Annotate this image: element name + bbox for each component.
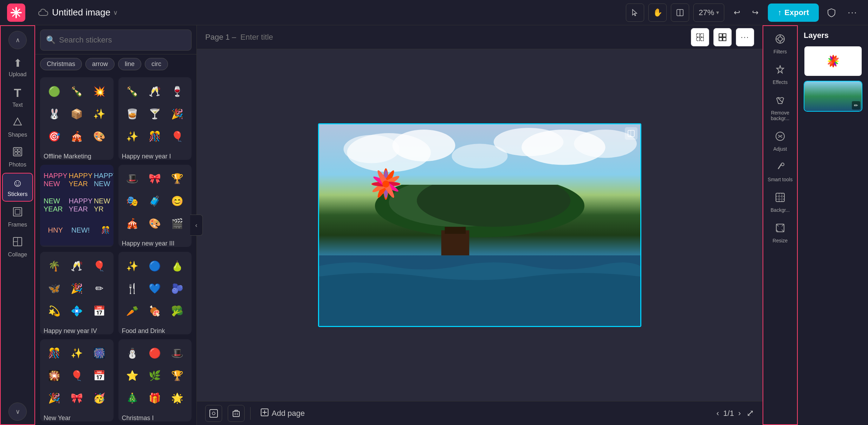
filters-button[interactable]: Filters [765, 30, 796, 59]
sticker-item[interactable]: 🦋 [44, 278, 65, 299]
sticker-item[interactable]: 🥦 [167, 300, 188, 321]
sticker-item[interactable]: 😊 [167, 191, 188, 212]
sticker-item[interactable]: NEW YEAR [44, 193, 67, 217]
sticker-item[interactable]: 🫐 [167, 278, 188, 299]
sticker-item[interactable]: 🎪 [122, 213, 143, 234]
export-button[interactable]: ↑ Export [768, 4, 819, 22]
sticker-item[interactable]: 🎉 [167, 103, 188, 124]
sticker-item[interactable]: 🎊 [94, 218, 114, 242]
sticker-item[interactable]: 🍸 [144, 103, 166, 124]
sticker-item[interactable]: 🎪 [66, 126, 87, 147]
sticker-item[interactable]: ⛄ [122, 343, 143, 364]
more-options-button[interactable]: ··· [844, 4, 861, 21]
sticker-item[interactable]: 🏆 [167, 365, 188, 386]
sticker-item[interactable]: ✨ [89, 103, 110, 124]
page-title-input[interactable] [240, 33, 337, 42]
add-page-button[interactable]: Add page [256, 405, 309, 421]
search-input[interactable] [59, 35, 186, 45]
sidebar-item-stickers[interactable]: ☺ Stickers [2, 173, 33, 202]
sticker-item[interactable]: 💥 [89, 81, 110, 102]
sticker-item[interactable]: ✏ [89, 278, 110, 299]
sticker-item[interactable]: 🥂 [66, 255, 87, 276]
canvas-frame[interactable] [318, 123, 641, 327]
search-box[interactable]: 🔍 [40, 30, 192, 51]
sidebar-item-shapes[interactable]: Shapes [2, 113, 33, 142]
sticker-item[interactable]: 🎊 [144, 126, 166, 147]
layer-item-firework[interactable] [804, 46, 862, 77]
sticker-item[interactable]: 💙 [144, 278, 166, 299]
adjust-button[interactable]: Adjust [765, 127, 796, 156]
canvas-resize-handle[interactable] [625, 127, 637, 140]
sticker-item[interactable]: ✨ [122, 255, 143, 276]
sticker-item[interactable]: 📅 [89, 365, 110, 386]
sidebar-item-photos[interactable]: Photos [2, 143, 33, 171]
sticker-item[interactable]: 🌿 [144, 365, 166, 386]
sticker-item[interactable]: 🎈 [89, 255, 110, 276]
sticker-item[interactable]: 🎀 [66, 388, 87, 409]
sticker-item[interactable]: 🎬 [167, 213, 188, 234]
zoom-control[interactable]: 27% ▾ [693, 4, 724, 22]
resize-button[interactable]: Resize [765, 218, 796, 248]
next-page-button[interactable]: › [738, 409, 741, 418]
tag-circ[interactable]: circ [145, 58, 168, 70]
background-button[interactable]: Backgr... [765, 188, 796, 217]
sticker-item[interactable]: 🌟 [167, 388, 188, 409]
sticker-item[interactable]: 💫 [44, 300, 65, 321]
sticker-item[interactable]: 🏆 [167, 168, 188, 189]
fullscreen-button[interactable]: ⤢ [746, 408, 754, 419]
sticker-item[interactable]: 🍾 [66, 81, 87, 102]
sticker-item[interactable]: 🍾 [122, 81, 143, 102]
sticker-item[interactable]: 📦 [66, 103, 87, 124]
sticker-item[interactable]: HNY [44, 218, 67, 242]
sticker-item[interactable]: 🎈 [167, 126, 188, 147]
sticker-item[interactable]: 🔵 [144, 255, 166, 276]
sticker-item[interactable]: 🍖 [144, 300, 166, 321]
select-tool-button[interactable] [626, 4, 644, 22]
sticker-item[interactable]: 🎨 [144, 213, 166, 234]
sticker-item[interactable]: HAPPY YEAR [69, 168, 92, 192]
sticker-item[interactable]: 🎈 [66, 365, 87, 386]
sticker-item[interactable]: 🎩 [122, 168, 143, 189]
sticker-item[interactable]: 🎯 [44, 126, 65, 147]
title-chevron[interactable]: ∨ [113, 9, 118, 17]
smart-tools-button[interactable]: Smart tools [765, 157, 796, 187]
frame-select-button[interactable] [691, 28, 709, 46]
redo-button[interactable]: ↪ [747, 4, 764, 21]
sidebar-collapse-bottom[interactable]: ∨ [8, 403, 27, 421]
prev-page-button[interactable]: ‹ [717, 409, 719, 418]
sidebar-item-upload[interactable]: ⬆ Upload [2, 53, 33, 81]
grid-view-button[interactable] [713, 28, 732, 46]
sticker-item[interactable]: 🌴 [44, 255, 65, 276]
sticker-item[interactable]: 🎆 [89, 343, 110, 364]
layer-item-photo[interactable]: ✏ [804, 81, 862, 112]
tag-arrow[interactable]: arrow [85, 58, 115, 70]
more-canvas-options-button[interactable]: ··· [736, 28, 754, 46]
sticker-item[interactable]: NEW! [69, 218, 92, 242]
sticker-item[interactable]: 🎭 [122, 191, 143, 212]
sidebar-item-text[interactable]: T Text [2, 83, 33, 112]
sticker-item[interactable]: 🧳 [144, 191, 166, 212]
sticker-item[interactable]: 🥂 [144, 81, 166, 102]
sticker-item[interactable]: 🥃 [122, 103, 143, 124]
sticker-item[interactable]: 🥕 [122, 300, 143, 321]
sidebar-item-frames[interactable]: Frames [2, 203, 33, 231]
firework-sticker[interactable] [347, 145, 425, 216]
sticker-item[interactable]: 🎉 [66, 278, 87, 299]
undo-button[interactable]: ↩ [728, 4, 745, 21]
sticker-item[interactable]: ✨ [122, 126, 143, 147]
panel-collapse-button[interactable]: ‹ [190, 215, 203, 236]
sticker-item[interactable]: 🔴 [144, 343, 166, 364]
sticker-item[interactable]: 🎀 [144, 168, 166, 189]
sticker-item[interactable]: 🎩 [167, 343, 188, 364]
sticker-item[interactable]: 🎨 [89, 126, 110, 147]
sticker-item[interactable]: 📅 [89, 300, 110, 321]
sticker-item[interactable]: HAPPY YEAR [69, 193, 92, 217]
layout-button[interactable] [671, 4, 689, 22]
sticker-item[interactable]: 🎄 [122, 388, 143, 409]
app-logo[interactable] [7, 4, 25, 22]
sticker-item[interactable]: NEW YR [94, 193, 114, 217]
document-title[interactable]: Untitled image [52, 7, 110, 18]
sticker-item[interactable]: 🟢 [44, 81, 65, 102]
sticker-item[interactable]: 🎉 [44, 388, 65, 409]
sticker-item[interactable]: 🍷 [167, 81, 188, 102]
